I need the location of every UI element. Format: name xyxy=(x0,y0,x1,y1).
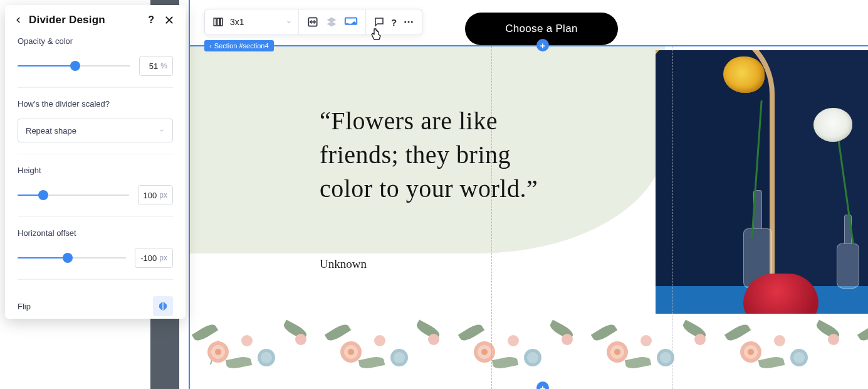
svg-point-10 xyxy=(411,21,413,23)
opacity-unit: % xyxy=(160,61,167,70)
yellow-rose xyxy=(723,56,765,93)
svg-rect-2 xyxy=(214,18,216,26)
svg-rect-4 xyxy=(221,18,222,26)
floral-divider-strip xyxy=(189,314,868,388)
height-slider[interactable] xyxy=(18,189,129,201)
floral-unit xyxy=(189,314,319,388)
column-guide-2 xyxy=(672,46,672,389)
help-icon[interactable]: ? xyxy=(148,14,154,26)
floral-unit xyxy=(588,314,718,388)
height-unit: px xyxy=(159,191,167,200)
height-label: Height xyxy=(18,166,173,175)
opacity-label: Opacity & color xyxy=(18,36,173,46)
flowers-photo[interactable] xyxy=(656,50,868,314)
offset-slider[interactable] xyxy=(18,252,126,264)
divider-design-panel: Divider Design ? Opacity & color 51 % xyxy=(5,5,186,319)
grid-label: 3x1 xyxy=(230,17,244,27)
red-dahlia xyxy=(743,274,818,314)
scale-value: Repeat shape xyxy=(26,126,76,136)
add-section-button-top[interactable]: + xyxy=(536,39,549,51)
svg-rect-3 xyxy=(217,18,220,26)
back-icon[interactable] xyxy=(14,16,23,24)
height-value: 100 xyxy=(144,191,157,200)
section-tag[interactable]: Section #section4 xyxy=(204,40,274,51)
flip-horizontal-button[interactable] xyxy=(153,296,173,316)
floral-unit xyxy=(854,314,868,388)
scale-label: How's the divider scaled? xyxy=(18,99,173,109)
section-tag-label: Section #section4 xyxy=(214,42,269,50)
column-guide-1 xyxy=(491,46,492,389)
choose-plan-label: Choose a Plan xyxy=(505,23,577,35)
close-icon[interactable] xyxy=(164,15,174,25)
offset-unit: px xyxy=(159,253,167,262)
stretch-icon[interactable] xyxy=(306,16,319,28)
white-rose xyxy=(813,108,852,142)
grid-layout-select[interactable]: 3x1 xyxy=(205,9,299,35)
floral-unit xyxy=(322,314,452,388)
offset-label: Horizontal offset xyxy=(18,228,173,238)
quote-text[interactable]: “Flowers are like friends; they bring co… xyxy=(320,104,539,206)
comment-icon[interactable] xyxy=(374,16,385,28)
section-top-line xyxy=(189,45,868,46)
offset-value-input[interactable]: -100 px xyxy=(135,248,173,268)
floral-unit xyxy=(721,314,852,388)
scale-select[interactable]: Repeat shape xyxy=(18,119,173,142)
layers-icon[interactable] xyxy=(325,16,338,28)
quote-author[interactable]: Unknown xyxy=(320,257,367,271)
toolbar-help-icon[interactable]: ? xyxy=(391,17,397,28)
canvas-left-border xyxy=(189,0,190,389)
opacity-slider[interactable] xyxy=(18,60,130,72)
svg-point-9 xyxy=(408,21,410,23)
floral-unit xyxy=(455,314,585,388)
opacity-value: 51 xyxy=(149,61,158,71)
chevron-down-icon xyxy=(286,16,292,28)
offset-value: -100 xyxy=(140,253,157,263)
opacity-value-input[interactable]: 51 % xyxy=(139,56,173,76)
glass-bottle-2 xyxy=(834,213,862,289)
divider-icon[interactable] xyxy=(344,16,358,28)
flip-label: Flip xyxy=(18,302,31,311)
svg-point-8 xyxy=(404,21,406,23)
panel-title: Divider Design xyxy=(29,14,142,26)
height-value-input[interactable]: 100 px xyxy=(138,185,173,205)
section-toolbar: 3x1 ? xyxy=(204,9,422,35)
more-icon[interactable] xyxy=(403,16,414,28)
